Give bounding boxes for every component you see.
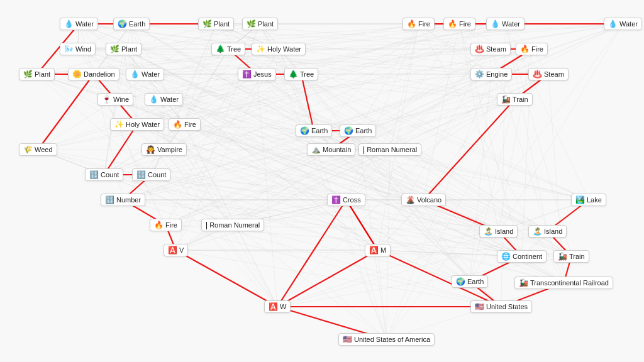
node-label-train1: Train [513, 96, 528, 103]
node-jesus1[interactable]: ✝️Jesus [238, 68, 276, 80]
node-volcano1[interactable]: 🌋Volcano [401, 194, 446, 206]
edge-water4-train1 [145, 74, 515, 99]
node-m1[interactable]: 🅰️M [365, 244, 391, 256]
node-fire4[interactable]: 🔥Fire [169, 118, 201, 131]
node-icon-island2: 🏝️ [533, 227, 542, 236]
node-plant3[interactable]: 🌿Plant [106, 43, 142, 55]
node-icon-volcano1: 🌋 [406, 195, 415, 204]
edge-wine1-count1 [104, 99, 116, 175]
edge-plant1-train2 [216, 24, 572, 256]
node-plant2[interactable]: 🌿Plant [242, 18, 278, 30]
edge-wind1-transcontinental1 [78, 49, 564, 283]
node-transcontinental1[interactable]: 🚂Transcontinental Railroad [514, 277, 613, 289]
node-train2[interactable]: 🚂Train [553, 250, 589, 263]
edge-dandelion1-weed1 [38, 74, 94, 150]
node-usa1[interactable]: 🇺🇸United States of America [338, 333, 435, 346]
node-label-m1: M [380, 246, 386, 254]
node-icon-wind1: 🌬️ [64, 45, 74, 53]
node-label-weed1: Weed [35, 146, 53, 153]
node-tree2[interactable]: 🌲Tree [284, 68, 318, 80]
node-engine1[interactable]: ⚙️Engine [470, 68, 512, 80]
node-water1[interactable]: 💧Water [60, 18, 98, 30]
node-label-count1: Count [101, 171, 119, 178]
edge-steam2-romannumeral1 [390, 74, 548, 150]
node-island1[interactable]: 🏝️Island [479, 225, 518, 238]
node-v1[interactable]: 🅰️V [164, 244, 188, 256]
node-continent1[interactable]: 🌐Continent [497, 250, 547, 263]
node-icon-romannumeral2: | [206, 221, 208, 229]
edge-mountain1-island2 [331, 150, 548, 231]
edge-m1-cross1 [347, 200, 378, 250]
node-wind1[interactable]: 🌬️Wind [60, 43, 96, 55]
node-plant1[interactable]: 🌿Plant [198, 18, 234, 30]
node-earth1[interactable]: 🌍Earth [113, 18, 150, 30]
edge-volcano1-transcontinental1 [424, 200, 564, 283]
node-earth4[interactable]: 🌍Earth [452, 275, 488, 288]
node-tree1[interactable]: 🌲Tree [211, 43, 245, 55]
node-icon-fire1: 🔥 [407, 19, 416, 28]
node-wine1[interactable]: 🍷Wine [97, 93, 133, 106]
node-plant4[interactable]: 🌿Plant [19, 68, 55, 80]
node-romannumeral2[interactable]: |Roman Numeral [201, 219, 264, 231]
node-fire2[interactable]: 🔥Fire [443, 18, 475, 30]
node-dandelion1[interactable]: 🌼Dandelion [68, 68, 119, 80]
edge-m1-usa1 [378, 250, 387, 339]
node-fire3[interactable]: 🔥Fire [516, 43, 548, 55]
edge-plant2-usa1 [260, 24, 387, 339]
node-train1[interactable]: 🚂Train [497, 93, 533, 106]
node-count2[interactable]: 🔢Count [132, 168, 170, 181]
node-earth2[interactable]: 🌍Earth [296, 124, 332, 137]
edge-plant2-v1 [176, 24, 260, 250]
edge-holywater2-count1 [104, 124, 138, 175]
node-steam1[interactable]: ♨️Steam [470, 43, 511, 55]
node-label-plant3: Plant [121, 45, 137, 53]
node-earth3[interactable]: 🌍Earth [340, 124, 376, 137]
node-label-romannumeral2: Roman Numeral [209, 221, 260, 229]
node-icon-count2: 🔢 [136, 170, 146, 179]
node-steam2[interactable]: ♨️Steam [528, 68, 569, 80]
node-water5[interactable]: 💧Water [145, 93, 183, 106]
edge-wine1-weed1 [38, 99, 116, 150]
edge-jesus1-weed1 [38, 74, 257, 150]
node-label-number1: Number [116, 196, 141, 204]
edge-engine1-usa1 [387, 74, 492, 339]
edge-fire2-volcano1 [424, 24, 460, 200]
node-water3[interactable]: 💧Water [604, 18, 642, 30]
node-icon-steam1: ♨️ [475, 45, 484, 53]
edge-plant2-water5 [164, 24, 260, 99]
node-icon-fire3: 🔥 [520, 45, 530, 53]
edge-fire3-w1 [277, 49, 532, 307]
edge-dandelion1-usa1 [94, 74, 387, 339]
edge-cross1-m1 [347, 200, 378, 250]
node-romannumeral1[interactable]: |Roman Numeral [358, 143, 421, 156]
node-water4[interactable]: 💧Water [126, 68, 164, 80]
node-cross1[interactable]: ✝️Cross [327, 194, 365, 206]
node-label-w1: W [280, 303, 286, 310]
node-icon-water1: 💧 [64, 19, 74, 28]
node-holywater1[interactable]: ✨Holy Water [252, 43, 306, 55]
node-mountain1[interactable]: ⛰️Mountain [307, 143, 355, 156]
node-label-transcontinental1: Transcontinental Railroad [530, 279, 609, 287]
edge-fire4-island1 [185, 124, 499, 231]
node-water2[interactable]: 💧Water [486, 18, 525, 30]
node-w1[interactable]: 🅰️W [264, 300, 291, 313]
node-count1[interactable]: 🔢Count [85, 168, 123, 181]
node-unitedstates1[interactable]: 🇺🇸United States [470, 300, 532, 313]
node-fire5[interactable]: 🔥Fire [150, 219, 182, 231]
edge-cross1-usa1 [347, 200, 387, 339]
node-fire1[interactable]: 🔥Fire [402, 18, 435, 30]
node-vampire1[interactable]: 🧛Vampire [142, 143, 187, 156]
edge-earth1-w1 [131, 24, 277, 307]
node-lake1[interactable]: 🏞️Lake [571, 194, 606, 206]
node-island2[interactable]: 🏝️Island [528, 225, 567, 238]
node-label-mountain1: Mountain [323, 146, 351, 153]
node-number1[interactable]: 🔢Number [101, 194, 145, 206]
node-icon-train1: 🚂 [501, 95, 511, 104]
edge-tree2-unitedstates1 [301, 74, 501, 307]
edge-cross1-w1 [277, 200, 347, 307]
node-weed1[interactable]: 🌾Weed [19, 143, 57, 156]
node-holywater2[interactable]: ✨Holy Water [110, 118, 164, 131]
edge-weed1-romannumeral2 [38, 150, 233, 225]
node-icon-holywater2: ✨ [114, 120, 124, 129]
node-label-water1: Water [75, 20, 94, 28]
